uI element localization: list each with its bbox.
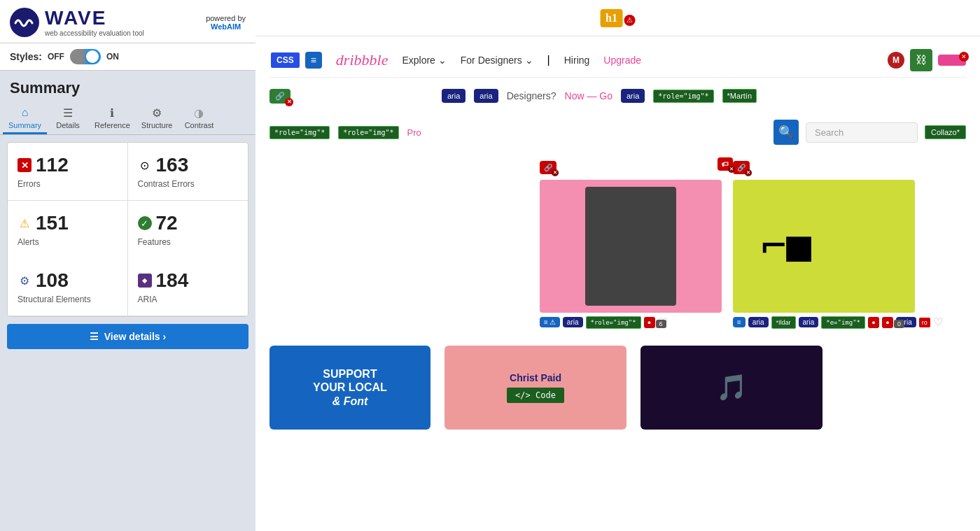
search-row: *role="img"* *role="img"* Pro 🔍 Search C… xyxy=(270,114,966,150)
webaim-link[interactable]: WebAIM xyxy=(211,22,241,31)
tab-contrast-label: Contrast xyxy=(185,121,214,129)
list-icon-sm-2: ≡ xyxy=(737,318,741,326)
features-count: 72 xyxy=(156,212,178,234)
pink-fabric-image xyxy=(540,180,722,313)
structural-icon: ⚙ xyxy=(18,274,31,288)
stat-features: ✓ 72 Features xyxy=(128,201,248,258)
close-x-2: ✕ xyxy=(745,169,752,176)
view-details-button[interactable]: ☰ View details › xyxy=(7,324,248,349)
aria-badge-3: aria xyxy=(621,89,645,103)
nav-separator: | xyxy=(547,54,550,66)
styles-bar: Styles: OFF ON xyxy=(0,43,255,71)
home-icon: ⌂ xyxy=(18,106,32,120)
h1-warning-badge: ⚠ xyxy=(624,15,636,26)
styles-label: Styles: xyxy=(10,51,42,62)
tab-details-label: Details xyxy=(56,121,80,129)
yellow-card-svg: ⌐■ xyxy=(754,211,894,281)
tab-summary[interactable]: ⌂ Summary xyxy=(3,101,47,134)
christ-paid-text: Christ Paid xyxy=(510,372,561,383)
stats-grid: ✕ 112 Errors ⊙ 163 Contrast Errors ⚠ 151… xyxy=(7,142,248,317)
count-0: 0 xyxy=(894,320,904,328)
alert-icon: ⚠ xyxy=(18,216,31,230)
powered-by: powered by WebAIM xyxy=(206,14,246,31)
toggle-on-label: ON xyxy=(106,52,119,62)
close-icon: ✕ xyxy=(959,52,969,62)
martin-badge: *Martín xyxy=(722,89,757,103)
alerts-row: ⚠ 151 xyxy=(18,212,69,234)
tag-close-icon: ✕ xyxy=(728,166,735,173)
wave-header: WAVE web accessibility evaluation tool p… xyxy=(0,0,255,43)
view-details-label: View details › xyxy=(104,331,166,342)
pink-card-overlay-row: 🔗 ✕ xyxy=(540,157,722,177)
code-badge-bottom: </> Code xyxy=(507,388,564,403)
main-content-area: CSS ≡ dribbble Explore ⌄ For Designers ⌄… xyxy=(255,36,980,444)
heart-icon-2: ♡ xyxy=(933,316,943,329)
aria-sm-badge-2: aria xyxy=(748,317,769,327)
aria-row: ◆ 184 xyxy=(138,269,189,292)
contrast-icon: ◑ xyxy=(192,106,206,120)
features-label: Features xyxy=(138,237,171,247)
structural-count: 108 xyxy=(36,269,69,292)
aria-count: 184 xyxy=(156,269,189,292)
designers-row: aria aria Designers? Now — Go aria *role… xyxy=(442,83,757,108)
upgrade-link[interactable]: Upgrade xyxy=(603,55,641,66)
contrast-error-icon: ⊙ xyxy=(138,158,152,172)
hiring-link[interactable]: Hiring xyxy=(564,55,590,66)
designers-text: Designers? xyxy=(507,90,556,101)
list-icon-sm: ≡ xyxy=(544,318,548,326)
link-badge-1: 🔗 ✕ xyxy=(270,89,290,104)
features-row: ✓ 72 xyxy=(138,212,178,234)
tab-details[interactable]: ☰ Details xyxy=(47,101,89,134)
role-img-badge-3: *role="img"* xyxy=(338,126,398,139)
styles-toggle[interactable] xyxy=(70,49,101,64)
stat-alerts: ⚠ 151 Alerts xyxy=(8,201,128,258)
main-content: h1 ⚠ CSS ≡ dribbble Explore ⌄ For Design… xyxy=(255,0,980,531)
tab-structure-label: Structure xyxy=(141,121,173,129)
aria-badge-2: aria xyxy=(474,89,498,103)
red-dot-badge-2: ● xyxy=(868,317,879,328)
tab-reference-label: Reference xyxy=(94,121,130,129)
dribbble-logo: dribbble xyxy=(336,51,388,69)
explore-link[interactable]: Explore ⌄ xyxy=(402,55,446,66)
info-icon: ℹ xyxy=(105,106,119,120)
search-input[interactable]: Search xyxy=(806,122,918,143)
tab-reference[interactable]: ℹ Reference xyxy=(89,101,136,134)
main-top-bar: h1 ⚠ xyxy=(255,0,980,36)
ildar-badge: *Ildar xyxy=(771,316,796,329)
h1-box: h1 xyxy=(600,9,623,27)
tag-badge: 🏷 ✕ xyxy=(718,157,733,171)
toggle-knob xyxy=(86,50,99,63)
pink-fabric-card-group: 🔗 ✕ ≡ ⚠ aria *role="img"* xyxy=(540,157,722,332)
tabs: ⌂ Summary ☰ Details ℹ Reference ⚙ Struct… xyxy=(0,101,255,135)
wave-logo: WAVE web accessibility evaluation tool xyxy=(10,7,144,37)
structure-icon: ⚙ xyxy=(150,106,164,120)
toggle-off-label: OFF xyxy=(48,52,64,62)
aria-sm-badge-1: aria xyxy=(563,317,583,327)
tab-contrast[interactable]: ◑ Contrast xyxy=(178,101,220,134)
yellow-card-group: 🔗 ✕ ⌐■ ≡ aria *Ildar xyxy=(733,157,943,332)
list-aria-badge-1: ≡ ⚠ xyxy=(540,317,560,327)
summary-title: Summary xyxy=(0,71,255,101)
alerts-count: 151 xyxy=(36,212,69,234)
christ-paid-card: Christ Paid </> Code xyxy=(444,346,626,430)
lower-cards-section: SUPPORTYOUR LOCAL& Font Christ Paid </> … xyxy=(270,339,966,437)
wave-subtitle: web accessibility evaluation tool xyxy=(45,29,144,37)
contrast-errors-count: 163 xyxy=(156,154,189,176)
role-img-badge-2: *role="img"* xyxy=(270,126,330,139)
fabric-dark-overlay xyxy=(585,187,676,306)
now-go-link[interactable]: Now — Go xyxy=(565,90,612,101)
cards-row: 🔗 ✕ ≡ ⚠ aria *role="img"* xyxy=(270,157,966,332)
collazo-badge: Collazo* xyxy=(925,125,966,139)
role-img-sm-1: *role="img"* xyxy=(586,316,641,329)
wave-logo-text: WAVE xyxy=(45,7,144,29)
aria-label: ARIA xyxy=(138,295,158,304)
action-button[interactable]: ✕ xyxy=(938,55,966,66)
tab-structure[interactable]: ⚙ Structure xyxy=(136,101,178,134)
user-avatar-badge: M xyxy=(888,52,904,69)
for-designers-link[interactable]: For Designers ⌄ xyxy=(461,55,533,66)
search-icon-badge: 🔍 xyxy=(774,120,799,145)
stat-aria: ◆ 184 ARIA xyxy=(128,258,248,316)
contrast-errors-label: Contrast Errors xyxy=(138,179,195,189)
h1-badge: h1 ⚠ xyxy=(600,9,636,27)
list-items-badge: ≡ xyxy=(305,52,322,69)
